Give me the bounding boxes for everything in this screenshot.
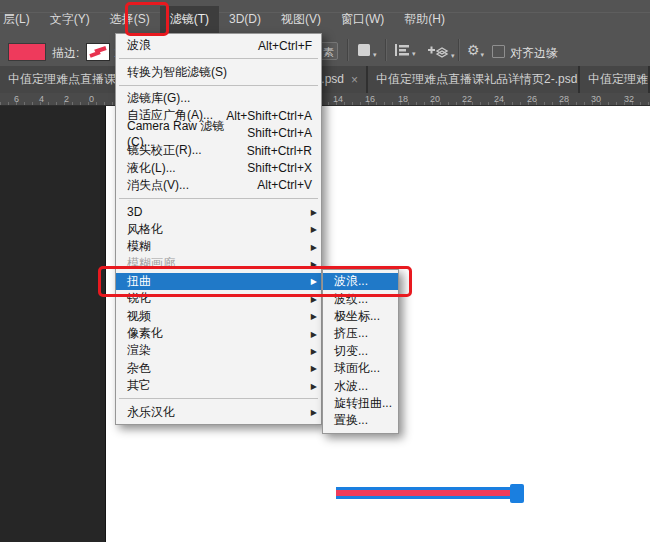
filter-menu-item-4[interactable]: 滤镜库(G)... [116, 90, 321, 107]
submenu-arrow-icon: ▶ [311, 408, 317, 417]
filter-menu-item-label: 消失点(V)... [127, 177, 189, 194]
distort-submenu-item-6[interactable]: 水波... [323, 377, 398, 394]
ruler-label: 24 [494, 94, 504, 104]
distort-submenu-item-label: 球面化... [334, 360, 380, 377]
filter-menu-item-12[interactable]: 风格化▶ [116, 221, 321, 238]
distort-submenu-item-label: 切变... [334, 343, 368, 360]
filter-menu-item-label: 永乐汉化 [127, 404, 175, 421]
distort-submenu-item-7[interactable]: 旋转扭曲... [323, 395, 398, 412]
ruler-label: 18 [398, 94, 408, 104]
distort-submenu-item-4[interactable]: 切变... [323, 343, 398, 360]
filter-menu-item-11[interactable]: 3D▶ [116, 203, 321, 220]
distort-submenu-item-2[interactable]: 极坐标... [323, 308, 398, 325]
chevron-down-icon: ▾ [451, 52, 455, 59]
menubar-item-7[interactable]: 帮助(H) [394, 6, 455, 33]
distort-submenu-item-label: 置换... [334, 412, 368, 429]
path-operations-button[interactable]: ▾ [357, 43, 377, 58]
menubar-item-5[interactable]: 视图(V) [271, 6, 331, 33]
filter-menu-item-21[interactable]: 其它▶ [116, 377, 321, 394]
path-arrangement-button[interactable]: ▾ [428, 43, 455, 59]
filter-menu-dropdown: 波浪Alt+Ctrl+F转换为智能滤镜(S)滤镜库(G)...自适应广角(A).… [115, 33, 322, 425]
stroke-color-swatch[interactable] [86, 43, 110, 61]
distort-submenu-item-3[interactable]: 挤压... [323, 325, 398, 342]
shape-end-handle[interactable] [510, 484, 524, 503]
distort-submenu-item-label: 挤压... [334, 325, 368, 342]
ruler-label: 32 [624, 94, 634, 104]
photoshop-window: 层(L)文字(Y)选择(S)滤镜(T)3D(D)视图(V)窗口(W)帮助(H) … [0, 0, 650, 542]
stroke-label: 描边: [52, 45, 79, 62]
tab-label: 中值定理难点直播课 [588, 71, 650, 88]
document-tab-2[interactable]: 中值定理难点直播课 [580, 66, 650, 93]
filter-menu-item-label: 渲染 [127, 342, 151, 359]
ruler-label: 22 [462, 94, 472, 104]
chevron-down-icon: ▾ [373, 51, 377, 58]
tab-close-icon[interactable]: × [351, 73, 358, 87]
filter-menu-item-2[interactable]: 转换为智能滤镜(S) [116, 63, 321, 80]
filter-menu-item-shortcut: Alt+Ctrl+V [257, 178, 321, 192]
filter-menu-item-0[interactable]: 波浪Alt+Ctrl+F [116, 37, 321, 54]
chevron-down-icon: ▾ [412, 50, 416, 57]
path-operations-icon [357, 43, 372, 58]
filter-menu-separator [119, 85, 318, 86]
submenu-arrow-icon: ▶ [311, 346, 317, 355]
shape-line[interactable] [336, 487, 512, 499]
fill-color-swatch[interactable] [8, 43, 46, 61]
filter-menu-item-label: 3D [127, 205, 142, 219]
align-edges-checkbox[interactable] [492, 45, 505, 58]
annotation-box-filter-menu [125, 2, 169, 36]
document-tab-1[interactable]: 中值定理难点直播课礼品详情页2-.psd× [368, 66, 580, 93]
filter-menu-item-label: 滤镜库(G)... [127, 90, 190, 107]
filter-menu-item-label: 视频 [127, 308, 151, 325]
filter-menu-item-20[interactable]: 杂色▶ [116, 360, 321, 377]
gear-icon: ⚙ [467, 43, 480, 58]
ruler-label: 0 [89, 94, 94, 104]
filter-menu-item-17[interactable]: 视频▶ [116, 307, 321, 324]
menubar-item-0[interactable]: 层(L) [0, 6, 40, 33]
align-edges-label: 对齐边缘 [510, 45, 558, 62]
filter-menu-separator [119, 198, 318, 199]
annotation-box-distort-wave [98, 266, 412, 297]
filter-menu-item-23[interactable]: 永乐汉化▶ [116, 403, 321, 420]
top-bar: 层(L)文字(Y)选择(S)滤镜(T)3D(D)视图(V)窗口(W)帮助(H) … [0, 0, 650, 66]
distort-submenu-item-8[interactable]: 置换... [323, 412, 398, 429]
distort-submenu-item-label: 极坐标... [334, 308, 380, 325]
submenu-arrow-icon: ▶ [311, 329, 317, 338]
submenu-arrow-icon: ▶ [311, 364, 317, 373]
align-icon [394, 43, 411, 57]
geometry-options-button[interactable]: ⚙▾ [467, 43, 484, 58]
options-divider [385, 39, 386, 61]
filter-menu-item-label: 液化(L)... [127, 160, 176, 177]
filter-menu-item-7[interactable]: 镜头校正(R)...Shift+Ctrl+R [116, 142, 321, 159]
distort-submenu-item-5[interactable]: 球面化... [323, 360, 398, 377]
chevron-down-icon: ▾ [481, 51, 485, 58]
pasteboard [0, 106, 106, 542]
ruler-label: 14 [333, 94, 343, 104]
filter-menu-item-label: 镜头校正(R)... [127, 142, 202, 159]
filter-menu-item-6[interactable]: Camera Raw 滤镜(C)...Shift+Ctrl+A [116, 125, 321, 142]
menubar-item-1[interactable]: 文字(Y) [40, 6, 100, 33]
menubar-item-6[interactable]: 窗口(W) [331, 6, 394, 33]
menubar-item-4[interactable]: 3D(D) [219, 7, 271, 31]
filter-menu-item-shortcut: Alt+Ctrl+F [258, 39, 321, 53]
filter-menu-item-label: 模糊 [127, 238, 151, 255]
document-tab-bar: 中值定理难点直播课详页-.psd×中值定理难点直播课礼品详情页2-.psd×中值… [0, 66, 650, 93]
filter-menu-item-19[interactable]: 渲染▶ [116, 342, 321, 359]
ruler-label: 2 [64, 94, 69, 104]
filter-menu-item-label: 风格化 [127, 221, 163, 238]
filter-menu-item-13[interactable]: 模糊▶ [116, 238, 321, 255]
filter-menu-item-shortcut: Shift+Ctrl+X [247, 161, 321, 175]
horizontal-ruler[interactable]: 642014161820222426283032 [0, 93, 650, 106]
filter-menu-item-8[interactable]: 液化(L)...Shift+Ctrl+X [116, 159, 321, 176]
submenu-arrow-icon: ▶ [311, 312, 317, 321]
ruler-label: 28 [559, 94, 569, 104]
submenu-arrow-icon: ▶ [311, 207, 317, 216]
filter-menu-separator [119, 398, 318, 399]
filter-menu-item-18[interactable]: 像素化▶ [116, 325, 321, 342]
filter-menu-item-shortcut: Shift+Ctrl+R [247, 144, 321, 158]
filter-menu-item-9[interactable]: 消失点(V)...Alt+Ctrl+V [116, 177, 321, 194]
submenu-arrow-icon: ▶ [311, 242, 317, 251]
path-alignment-button[interactable]: ▾ [394, 43, 416, 57]
arrange-layers-icon [428, 43, 450, 59]
options-divider [458, 39, 459, 61]
ruler-label: 30 [591, 94, 601, 104]
